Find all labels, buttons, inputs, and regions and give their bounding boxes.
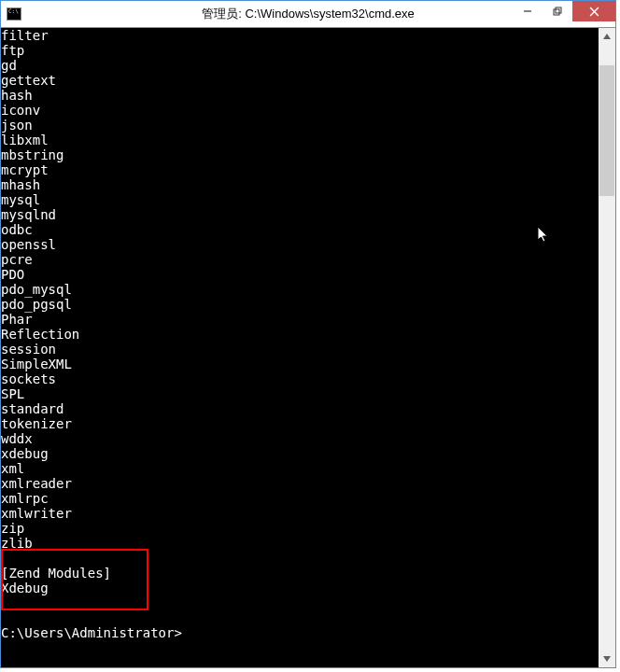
cmd-icon: [7, 7, 21, 21]
terminal-line: Phar: [1, 312, 599, 327]
terminal-line: xdebug: [1, 446, 599, 461]
terminal-line: zip: [1, 521, 599, 536]
terminal-line: odbc: [1, 222, 599, 237]
terminal-line: [1, 551, 599, 566]
terminal-line: mysqlnd: [1, 207, 599, 222]
terminal-line: mcrypt: [1, 162, 599, 177]
terminal-line: mysql: [1, 192, 599, 207]
terminal-line: wddx: [1, 431, 599, 446]
terminal-line: gettext: [1, 73, 599, 88]
terminal-line: SimpleXML: [1, 357, 599, 371]
scroll-up-button[interactable]: [599, 28, 615, 45]
titlebar[interactable]: 管理员: C:\Windows\system32\cmd.exe: [1, 1, 615, 27]
terminal-line: [1, 610, 599, 625]
terminal-output: filterftpgdgettexthashiconvjsonlibxmlmbs…: [1, 28, 599, 667]
svg-rect-1: [554, 9, 559, 15]
terminal-line: pdo_mysql: [1, 282, 599, 297]
terminal-line: [1, 595, 599, 610]
terminal-line: filter: [1, 28, 599, 43]
terminal-line: xmlwriter: [1, 506, 599, 521]
cmd-window: 管理员: C:\Windows\system32\cmd.exe filterf…: [0, 0, 616, 668]
svg-marker-5: [603, 34, 611, 39]
maximize-button[interactable]: [542, 1, 572, 21]
svg-marker-6: [603, 656, 611, 662]
terminal-line: SPL: [1, 386, 599, 401]
terminal-line: zlib: [1, 536, 599, 551]
terminal-line: Xdebug: [1, 581, 599, 595]
minimize-button[interactable]: [513, 1, 542, 21]
terminal-line: sockets: [1, 371, 599, 386]
terminal-line: PDO: [1, 267, 599, 282]
terminal-line: hash: [1, 88, 599, 103]
terminal-line: Reflection: [1, 327, 599, 342]
terminal-line: libxml: [1, 133, 599, 147]
terminal-line: C:\Users\Administrator>: [1, 625, 599, 640]
scroll-thumb[interactable]: [599, 65, 614, 196]
terminal-line: standard: [1, 401, 599, 416]
terminal-line: [Zend Modules]: [1, 566, 599, 581]
scrollbar: [599, 28, 615, 667]
terminal-line: mhash: [1, 177, 599, 192]
terminal-line: pcre: [1, 252, 599, 267]
terminal-line: session: [1, 342, 599, 357]
terminal-line: gd: [1, 58, 599, 73]
svg-rect-2: [556, 7, 561, 13]
terminal-line: xmlrpc: [1, 491, 599, 506]
terminal-line: mbstring: [1, 147, 599, 162]
terminal-line: tokenizer: [1, 416, 599, 431]
terminal-line: json: [1, 118, 599, 133]
terminal-area[interactable]: filterftpgdgettexthashiconvjsonlibxmlmbs…: [1, 27, 615, 667]
window-controls: [513, 1, 615, 21]
terminal-line: pdo_pgsql: [1, 297, 599, 312]
terminal-line: xmlreader: [1, 476, 599, 491]
close-button[interactable]: [572, 1, 615, 21]
terminal-line: iconv: [1, 103, 599, 118]
scroll-down-button[interactable]: [599, 651, 615, 667]
terminal-line: ftp: [1, 43, 599, 58]
terminal-line: xml: [1, 461, 599, 476]
terminal-line: openssl: [1, 237, 599, 252]
